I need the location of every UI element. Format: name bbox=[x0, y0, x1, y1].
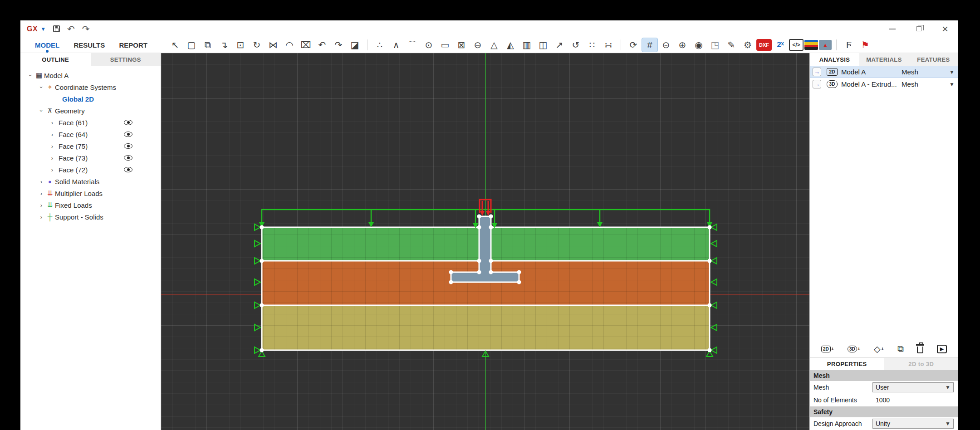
tree-item-face-64[interactable]: › Face (64) bbox=[20, 128, 161, 140]
results-flag-tool[interactable]: ⚑ bbox=[858, 38, 873, 52]
chevron-down-icon[interactable]: › bbox=[38, 107, 45, 114]
select-tool[interactable]: ↖ bbox=[167, 38, 183, 52]
chevron-down-icon[interactable]: ▼ bbox=[949, 69, 955, 75]
elements-value[interactable]: 1000 bbox=[872, 396, 954, 404]
zoom-extents-tool[interactable]: ◉ bbox=[691, 38, 706, 52]
boolean-tool[interactable]: ◫ bbox=[535, 38, 551, 52]
chevron-right-icon[interactable]: › bbox=[38, 178, 45, 185]
tab-materials[interactable]: MATERIALS bbox=[859, 53, 909, 66]
script-editor-button[interactable]: </> bbox=[789, 39, 804, 51]
chevron-down-icon[interactable]: › bbox=[38, 83, 45, 91]
design-approach-dropdown[interactable]: Unity ▼ bbox=[872, 419, 954, 429]
save-icon[interactable] bbox=[53, 25, 60, 32]
tree-item-multiplier-loads[interactable]: › ⇊ Multiplier Loads bbox=[20, 187, 161, 199]
beam-tool[interactable]: Ϝ bbox=[841, 38, 857, 52]
add-3d-analysis-button[interactable]: 3D+ bbox=[848, 346, 860, 352]
tree-item-face-73[interactable]: › Face (73) bbox=[20, 152, 161, 164]
tab-model[interactable]: MODEL bbox=[34, 39, 60, 52]
grid-toggle[interactable]: # bbox=[642, 38, 657, 52]
duplicate-button[interactable]: ⧉ bbox=[897, 344, 904, 354]
chevron-right-icon[interactable]: › bbox=[49, 155, 56, 161]
run-analysis-button[interactable]: ▶ bbox=[937, 345, 947, 353]
cylinder-tool[interactable]: ▥ bbox=[519, 38, 534, 52]
chevron-right-icon[interactable]: › bbox=[49, 143, 56, 150]
view-box-tool[interactable]: ◳ bbox=[707, 38, 723, 52]
chevron-right-icon[interactable]: › bbox=[49, 131, 56, 138]
redo-button[interactable]: ↷ bbox=[331, 38, 346, 52]
tree-item-face-75[interactable]: › Face (75) bbox=[20, 140, 161, 152]
analysis-row-model-a-2d[interactable]: → 2D Model A Mesh ▼ bbox=[810, 66, 958, 78]
tab-features[interactable]: FEATURES bbox=[909, 53, 958, 66]
add-point-button[interactable]: ◇+ bbox=[874, 344, 884, 354]
tree-item-face-61[interactable]: › Face (61) bbox=[20, 117, 161, 128]
extrude-tool[interactable]: ↗ bbox=[552, 38, 567, 52]
open-model-button[interactable]: → bbox=[813, 68, 821, 76]
chevron-right-icon[interactable]: › bbox=[49, 166, 56, 173]
arc-tool[interactable]: ⌒ bbox=[405, 38, 420, 52]
pyramid-tool[interactable]: ◭ bbox=[503, 38, 518, 52]
close-button[interactable]: × bbox=[932, 20, 958, 37]
tree-item-support-solids[interactable]: › ╪ Support - Solids bbox=[20, 211, 161, 223]
point-tool[interactable]: ∴ bbox=[372, 38, 387, 52]
box-tool[interactable]: ⊠ bbox=[454, 38, 469, 52]
minimize-button[interactable] bbox=[879, 20, 906, 37]
move-point-tool[interactable]: ↴ bbox=[216, 38, 232, 52]
chevron-right-icon[interactable]: › bbox=[38, 202, 45, 209]
tab-properties[interactable]: PROPERTIES bbox=[810, 358, 884, 370]
circle-tool[interactable]: ⊙ bbox=[421, 38, 436, 52]
delete-button[interactable] bbox=[917, 344, 923, 353]
scale-tool[interactable]: ⊡ bbox=[233, 38, 248, 52]
rotate-tool[interactable]: ↻ bbox=[249, 38, 265, 52]
chevron-right-icon[interactable]: › bbox=[49, 119, 56, 126]
chevron-down-icon[interactable]: › bbox=[27, 72, 34, 79]
visibility-eye-icon[interactable] bbox=[124, 155, 132, 161]
zoom-in-tool[interactable]: ⊕ bbox=[675, 38, 690, 52]
app-menu-caret-icon[interactable]: ▼ bbox=[40, 26, 46, 32]
tab-analysis[interactable]: ANALYSIS bbox=[810, 53, 859, 66]
chevron-right-icon[interactable]: › bbox=[38, 214, 45, 220]
tab-2d-to-3d[interactable]: 2D to 3D bbox=[884, 358, 959, 370]
undo-icon[interactable]: ↶ bbox=[67, 24, 75, 34]
power-tool[interactable]: 2ˣ bbox=[773, 38, 788, 52]
mesh-mode-dropdown[interactable]: Mesh bbox=[902, 68, 949, 76]
multi-select-copy-tool[interactable]: ⧉ bbox=[200, 38, 216, 52]
layer-colors-button[interactable] bbox=[804, 40, 818, 50]
chevron-down-icon[interactable]: ▼ bbox=[949, 81, 955, 88]
orbit-view-tool[interactable]: ⟳ bbox=[626, 38, 641, 52]
eraser-tool[interactable]: ◪ bbox=[347, 38, 363, 52]
visibility-eye-icon[interactable] bbox=[124, 120, 132, 125]
tree-item-geometry[interactable]: › ⊼ Geometry bbox=[20, 105, 161, 117]
chevron-right-icon[interactable]: › bbox=[38, 190, 45, 197]
tree-item-face-72[interactable]: › Face (72) bbox=[20, 164, 161, 176]
model-viewport[interactable] bbox=[161, 53, 809, 430]
cone-tool[interactable]: △ bbox=[486, 38, 502, 52]
tree-item-fixed-loads[interactable]: › ⇊ Fixed Loads bbox=[20, 199, 161, 211]
polyline-tool[interactable]: ∧ bbox=[388, 38, 404, 52]
zoom-out-tool[interactable]: ⊝ bbox=[658, 38, 674, 52]
point-grid-tool[interactable]: ∷ bbox=[584, 38, 600, 52]
mesh-dropdown[interactable]: User ▼ bbox=[872, 382, 954, 392]
analysis-row-model-a-3d[interactable]: → 3D Model A - Extrud... Mesh ▼ bbox=[810, 78, 958, 90]
point-scatter-tool[interactable]: ∺ bbox=[601, 38, 616, 52]
tab-results[interactable]: RESULTS bbox=[73, 39, 106, 52]
assign-material-tool[interactable]: ⚙ bbox=[740, 38, 755, 52]
restore-button[interactable] bbox=[906, 20, 932, 37]
tree-item-coordinate-systems[interactable]: › ⌖ Coordinate Systems bbox=[20, 81, 161, 93]
mirror-tool[interactable]: ⋈ bbox=[265, 38, 281, 52]
delete-tool[interactable]: ⌧ bbox=[298, 38, 314, 52]
sphere-tool[interactable]: ⊖ bbox=[470, 38, 485, 52]
add-2d-analysis-button[interactable]: 2D+ bbox=[821, 346, 834, 352]
tree-item-global-2d[interactable]: Global 2D bbox=[20, 93, 161, 105]
sweep-tool[interactable]: ◠ bbox=[282, 38, 297, 52]
tab-settings[interactable]: SETTINGS bbox=[91, 53, 161, 66]
rectangle-tool[interactable]: ▭ bbox=[437, 38, 453, 52]
redo-icon[interactable]: ↷ bbox=[82, 24, 90, 34]
paint-material-tool[interactable]: ✎ bbox=[724, 38, 739, 52]
visibility-eye-icon[interactable] bbox=[124, 143, 132, 149]
tree-item-solid-materials[interactable]: › ● Solid Materials bbox=[20, 176, 161, 187]
visibility-eye-icon[interactable] bbox=[124, 132, 132, 137]
box-select-tool[interactable]: ▢ bbox=[184, 38, 199, 52]
open-model-button[interactable]: → bbox=[813, 80, 821, 88]
mesh-mode-dropdown[interactable]: Mesh bbox=[902, 80, 949, 88]
visibility-eye-icon[interactable] bbox=[124, 167, 132, 172]
